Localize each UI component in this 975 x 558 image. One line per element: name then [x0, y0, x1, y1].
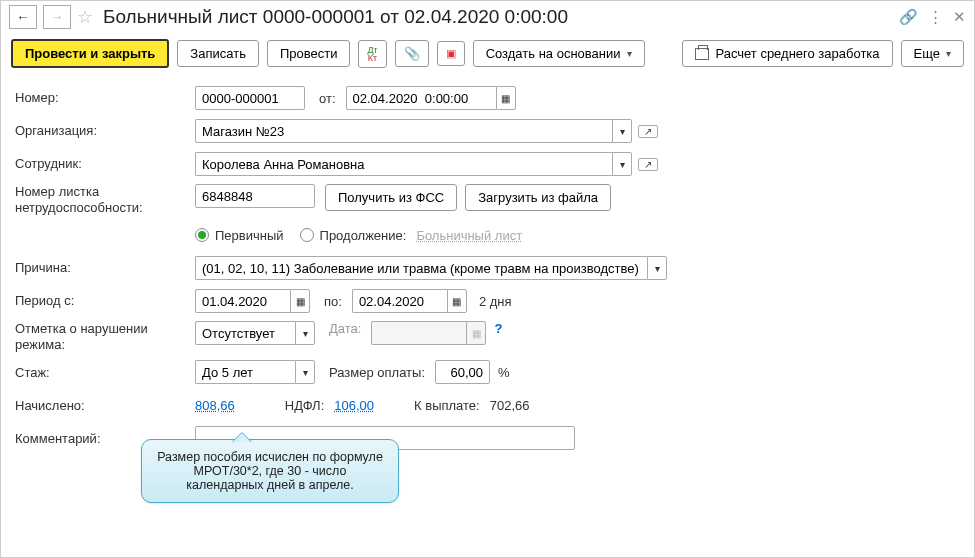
org-input[interactable]	[195, 119, 612, 143]
radio-continue[interactable]	[300, 228, 314, 242]
days-label: 2 дня	[479, 294, 512, 309]
label-to-pay: К выплате:	[414, 398, 480, 413]
violation-input[interactable]	[195, 321, 295, 345]
save-button[interactable]: Записать	[177, 40, 259, 67]
attach-button[interactable]: 📎	[395, 40, 429, 67]
calc-avg-button[interactable]: Расчет среднего заработка	[682, 40, 892, 67]
period-to-input[interactable]	[352, 289, 447, 313]
date-input[interactable]	[346, 86, 496, 110]
label-employee: Сотрудник:	[15, 156, 195, 172]
number-input[interactable]	[195, 86, 305, 110]
label-pay-size: Размер оплаты:	[329, 365, 425, 380]
label-sheet-no: Номер листка нетрудоспособности:	[15, 184, 195, 215]
load-file-button[interactable]: Загрузить из файла	[465, 184, 611, 211]
label-org: Организация:	[15, 123, 195, 139]
chevron-down-icon[interactable]: ▾	[295, 360, 315, 384]
dtkt-button[interactable]: Дт Кт	[358, 40, 386, 68]
kt-label: Кт	[367, 54, 377, 62]
radio-continue-label: Продолжение:	[320, 228, 407, 243]
calendar-icon[interactable]: ▦	[447, 289, 467, 313]
calendar-icon: ▦	[466, 321, 486, 345]
tooltip-callout: Размер пособия исчислен по формуле МРОТ/…	[141, 439, 399, 503]
label-period-to: по:	[324, 294, 342, 309]
label-violation: Отметка о нарушении режима:	[15, 321, 195, 352]
more-label: Еще	[914, 46, 940, 61]
chevron-down-icon: ▾	[627, 48, 632, 59]
label-from: от:	[319, 91, 336, 106]
calc-avg-label: Расчет среднего заработка	[715, 46, 879, 61]
nav-forward-button[interactable]: →	[43, 5, 71, 29]
chevron-down-icon[interactable]: ▾	[612, 119, 632, 143]
link-icon[interactable]: 🔗	[899, 8, 918, 26]
sheet-no-input[interactable]	[195, 184, 315, 208]
create-based-label: Создать на основании	[486, 46, 621, 61]
chevron-down-icon[interactable]: ▾	[295, 321, 315, 345]
chevron-down-icon: ▾	[946, 48, 951, 59]
chevron-down-icon[interactable]: ▾	[647, 256, 667, 280]
post-button[interactable]: Провести	[267, 40, 351, 67]
label-violation-date: Дата:	[329, 321, 361, 336]
printer-icon	[695, 48, 709, 60]
post-and-close-button[interactable]: Провести и закрыть	[11, 39, 169, 68]
favorite-star-icon[interactable]: ☆	[77, 6, 93, 28]
radio-primary-label: Первичный	[215, 228, 284, 243]
chevron-down-icon[interactable]: ▾	[612, 152, 632, 176]
ndfl-link[interactable]: 106,00	[334, 398, 374, 413]
window-title: Больничный лист 0000-000001 от 02.04.202…	[99, 6, 893, 28]
tree-icon: ▣	[446, 47, 456, 60]
open-icon[interactable]: ↗	[638, 125, 658, 138]
close-icon[interactable]: ✕	[953, 8, 966, 26]
period-from-input[interactable]	[195, 289, 290, 313]
more-button[interactable]: Еще ▾	[901, 40, 964, 67]
label-number: Номер:	[15, 90, 195, 106]
more-icon[interactable]: ⋮	[928, 8, 943, 26]
radio-primary[interactable]	[195, 228, 209, 242]
structure-button[interactable]: ▣	[437, 41, 465, 66]
employee-input[interactable]	[195, 152, 612, 176]
accrued-link[interactable]: 808,66	[195, 398, 235, 413]
calendar-icon[interactable]: ▦	[290, 289, 310, 313]
reason-input[interactable]	[195, 256, 647, 280]
label-reason: Причина:	[15, 260, 195, 276]
open-icon[interactable]: ↗	[638, 158, 658, 171]
percent-label: %	[498, 365, 510, 380]
label-accrued: Начислено:	[15, 398, 195, 414]
seniority-input[interactable]	[195, 360, 295, 384]
get-fss-button[interactable]: Получить из ФСС	[325, 184, 457, 211]
label-seniority: Стаж:	[15, 365, 195, 381]
violation-date-input	[371, 321, 466, 345]
label-ndfl: НДФЛ:	[285, 398, 325, 413]
help-icon[interactable]: ?	[494, 321, 502, 336]
label-period-from: Период с:	[15, 293, 195, 309]
continue-link: Больничный лист	[416, 228, 522, 243]
pay-size-input[interactable]	[435, 360, 490, 384]
to-pay-value: 702,66	[490, 398, 530, 413]
paperclip-icon: 📎	[404, 46, 420, 61]
nav-back-button[interactable]: ←	[9, 5, 37, 29]
calendar-icon[interactable]: ▦	[496, 86, 516, 110]
create-based-button[interactable]: Создать на основании ▾	[473, 40, 645, 67]
